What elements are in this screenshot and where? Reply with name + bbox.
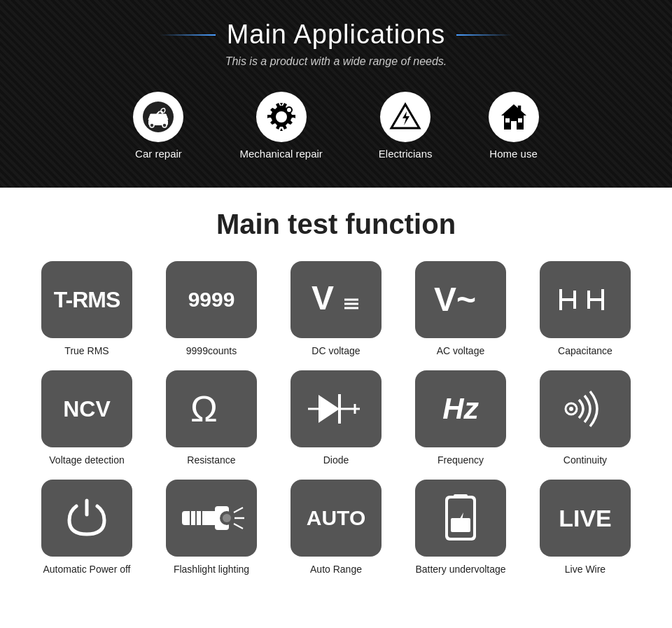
app-item-car-repair: Car repair bbox=[133, 92, 183, 160]
car-repair-label: Car repair bbox=[135, 148, 182, 160]
mechanical-repair-label: Mechanical repair bbox=[239, 148, 322, 160]
svg-text:V: V bbox=[312, 279, 334, 316]
flashlight-symbol bbox=[176, 494, 246, 543]
electricians-icon bbox=[388, 100, 422, 134]
test-section: Main test function T-RMS True RMS 9999 9… bbox=[0, 188, 672, 603]
svg-marker-24 bbox=[318, 395, 340, 423]
dc-voltage-symbol: V bbox=[308, 279, 364, 321]
app-item-home-use: Home use bbox=[489, 92, 539, 160]
ncv-icon: NCV bbox=[41, 370, 132, 447]
header-section: Main Applications This is a product with… bbox=[0, 0, 672, 188]
function-item-dc-voltage: V DC voltage bbox=[277, 261, 395, 356]
applications-row: Car repair Mechanical repair bbox=[14, 85, 658, 174]
diode-symbol bbox=[304, 384, 368, 433]
svg-line-39 bbox=[234, 524, 243, 529]
function-item-true-rms: T-RMS True RMS bbox=[28, 261, 146, 356]
function-item-live-wire: LIVE Live Wire bbox=[526, 480, 644, 575]
car-repair-icon-circle bbox=[133, 92, 183, 142]
dc-voltage-label: DC voltage bbox=[312, 345, 360, 356]
svg-point-32 bbox=[569, 407, 573, 411]
auto-power-off-icon bbox=[41, 480, 132, 557]
page-subtitle: This is a product with a wide range of n… bbox=[14, 55, 658, 68]
svg-text:V~: V~ bbox=[434, 281, 476, 318]
home-use-icon-circle bbox=[489, 92, 539, 142]
test-section-title: Main test function bbox=[28, 209, 644, 240]
ac-voltage-symbol: V~ bbox=[433, 279, 489, 321]
svg-rect-47 bbox=[454, 494, 468, 497]
continuity-symbol bbox=[554, 384, 617, 433]
function-item-battery-undervoltage: Battery undervoltage bbox=[402, 480, 519, 575]
capacitance-symbol bbox=[554, 275, 617, 324]
mechanical-repair-icon-circle bbox=[256, 92, 307, 142]
power-off-symbol bbox=[62, 494, 111, 543]
page-title: Main Applications bbox=[227, 20, 446, 50]
diode-icon bbox=[290, 370, 382, 447]
title-accent-left bbox=[160, 34, 216, 36]
9999counts-label: 9999counts bbox=[186, 345, 237, 356]
function-item-ncv: NCV Voltage detection bbox=[28, 370, 146, 466]
svg-rect-8 bbox=[511, 121, 517, 130]
svg-text:Ω: Ω bbox=[190, 389, 218, 429]
svg-point-36 bbox=[223, 514, 231, 522]
function-item-flashlight: Flashlight lighting bbox=[153, 480, 270, 575]
function-item-diode: Diode bbox=[277, 370, 395, 466]
auto-range-label: Auto Range bbox=[310, 564, 362, 575]
dc-voltage-icon: V bbox=[290, 261, 382, 338]
diode-label: Diode bbox=[323, 454, 349, 466]
capacitance-icon bbox=[540, 261, 631, 338]
electricians-icon-circle bbox=[380, 92, 430, 142]
title-accent-right bbox=[456, 34, 512, 36]
electricians-label: Electricians bbox=[379, 148, 433, 160]
function-item-frequency: Hz Frequency bbox=[402, 370, 519, 466]
svg-rect-9 bbox=[505, 118, 510, 123]
frequency-label: Frequency bbox=[438, 454, 484, 466]
app-item-mechanical-repair: Mechanical repair bbox=[239, 92, 322, 160]
mechanical-repair-icon bbox=[265, 100, 298, 134]
live-wire-label: Live Wire bbox=[565, 564, 606, 575]
function-item-9999counts: 9999 9999counts bbox=[153, 261, 270, 356]
ac-voltage-icon: V~ bbox=[415, 261, 506, 338]
capacitance-label: Capacitance bbox=[558, 345, 612, 356]
svg-rect-10 bbox=[518, 118, 522, 123]
svg-point-7 bbox=[287, 108, 291, 112]
functions-grid: T-RMS True RMS 9999 9999counts V DC volt… bbox=[28, 261, 644, 575]
svg-line-38 bbox=[234, 508, 243, 512]
true-rms-icon: T-RMS bbox=[41, 261, 132, 338]
svg-rect-11 bbox=[518, 106, 521, 111]
auto-power-off-label: Automatic Power off bbox=[43, 564, 130, 575]
home-use-label: Home use bbox=[489, 148, 537, 160]
continuity-label: Continuity bbox=[564, 454, 607, 466]
function-item-capacitance: Capacitance bbox=[526, 261, 644, 356]
flashlight-icon bbox=[166, 480, 257, 557]
continuity-icon bbox=[540, 370, 631, 447]
battery-undervoltage-icon bbox=[415, 480, 506, 557]
function-item-continuity: Continuity bbox=[526, 370, 644, 466]
car-repair-icon bbox=[141, 100, 175, 134]
function-item-ac-voltage: V~ AC voltage bbox=[402, 261, 519, 356]
function-item-resistance: Ω Resistance bbox=[153, 370, 270, 466]
home-use-icon bbox=[497, 100, 531, 134]
ac-voltage-label: AC voltage bbox=[437, 345, 484, 356]
resistance-symbol: Ω bbox=[187, 388, 236, 430]
live-wire-icon: LIVE bbox=[540, 480, 631, 557]
svg-point-2 bbox=[150, 123, 154, 127]
svg-point-5 bbox=[276, 111, 287, 123]
app-item-electricians: Electricians bbox=[379, 92, 433, 160]
9999counts-icon: 9999 bbox=[166, 261, 257, 338]
flashlight-label: Flashlight lighting bbox=[174, 564, 249, 575]
battery-symbol bbox=[433, 490, 489, 546]
svg-point-3 bbox=[162, 123, 167, 127]
true-rms-label: True RMS bbox=[64, 345, 108, 356]
title-line: Main Applications bbox=[14, 20, 658, 50]
ncv-label: Voltage detection bbox=[49, 454, 124, 466]
resistance-icon: Ω bbox=[166, 370, 257, 447]
resistance-label: Resistance bbox=[187, 454, 235, 466]
function-item-auto-range: AUTO Auto Range bbox=[277, 480, 395, 575]
auto-range-icon: AUTO bbox=[290, 480, 382, 557]
battery-undervoltage-label: Battery undervoltage bbox=[415, 564, 505, 575]
frequency-icon: Hz bbox=[415, 370, 506, 447]
function-item-auto-power-off: Automatic Power off bbox=[28, 480, 146, 575]
